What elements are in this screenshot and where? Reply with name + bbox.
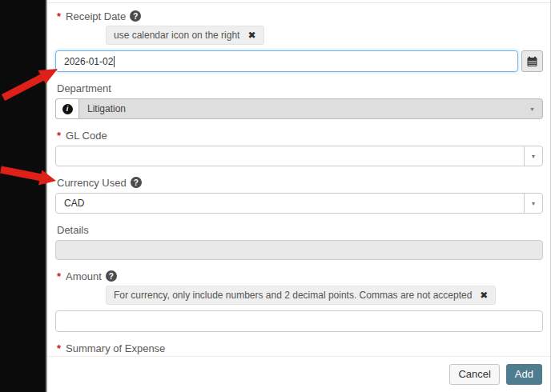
department-label-text: Department [57, 82, 111, 94]
amount-label-text: Amount [66, 270, 102, 282]
amount-input[interactable] [55, 310, 543, 332]
required-marker: * [57, 130, 61, 142]
currency-label-text: Currency Used [57, 177, 127, 189]
receipt-date-input[interactable]: 2026-01-02 [55, 50, 518, 72]
details-label: Details [57, 223, 543, 236]
close-icon[interactable]: ✖ [247, 30, 255, 40]
field-details: Details [55, 223, 543, 260]
department-label: Department [57, 82, 543, 94]
required-marker: * [57, 342, 61, 354]
chevron-down-icon: ▼ [531, 201, 537, 206]
modal-backdrop [0, 0, 46, 392]
details-input [55, 240, 543, 260]
hint-text: For currency, only include numbers and 2… [114, 290, 472, 301]
info-icon[interactable]: i [62, 104, 73, 114]
currency-label: Currency Used ? [57, 176, 543, 189]
field-currency: Currency Used ? CAD ▼ [55, 176, 543, 214]
expense-form-modal: * Receipt Date ? use calendar icon on th… [46, 0, 551, 392]
text-cursor [114, 56, 115, 67]
required-marker: * [57, 10, 61, 22]
amount-label: * Amount ? [57, 270, 543, 282]
department-select: Litigation ▼ [78, 98, 543, 119]
receipt-date-label: * Receipt Date ? [57, 10, 543, 22]
gl-code-label-text: GL Code [66, 130, 107, 142]
summary-label: * Summary of Expense [57, 342, 543, 354]
details-label-text: Details [57, 224, 89, 236]
receipt-date-value: 2026-01-02 [64, 56, 113, 67]
chevron-down-icon: ▼ [531, 154, 537, 159]
calendar-button[interactable] [521, 50, 543, 72]
currency-select[interactable]: CAD ▼ [55, 193, 543, 214]
currency-caret-cell: ▼ [524, 194, 542, 213]
receipt-date-hint-chip: use calendar icon on the right ✖ [106, 26, 264, 45]
field-amount: * Amount ? For currency, only include nu… [55, 270, 543, 332]
field-receipt-date: * Receipt Date ? use calendar icon on th… [55, 10, 543, 72]
gl-code-select[interactable]: ▼ [55, 146, 543, 166]
add-button[interactable]: Add [506, 364, 542, 385]
modal-footer: Cancel Add [47, 356, 550, 392]
calendar-icon [526, 56, 538, 67]
field-department: Department i Litigation ▼ [55, 82, 543, 119]
department-value: Litigation [87, 103, 126, 114]
help-icon[interactable]: ? [130, 10, 141, 22]
department-info-addon: i [55, 98, 78, 119]
chevron-down-icon: ▼ [529, 106, 535, 112]
help-icon[interactable]: ? [106, 270, 117, 282]
modal-body: * Receipt Date ? use calendar icon on th… [47, 3, 550, 356]
cancel-button[interactable]: Cancel [449, 364, 499, 385]
required-marker: * [57, 270, 61, 282]
field-gl-code: * GL Code ▼ [55, 129, 543, 166]
close-icon[interactable]: ✖ [480, 290, 488, 300]
gl-code-value [56, 146, 524, 166]
amount-hint-chip: For currency, only include numbers and 2… [106, 286, 496, 305]
summary-label-text: Summary of Expense [66, 342, 165, 354]
receipt-date-label-text: Receipt Date [66, 10, 126, 22]
hint-text: use calendar icon on the right [114, 30, 239, 41]
gl-code-label: * GL Code [57, 129, 543, 142]
help-icon[interactable]: ? [131, 177, 142, 188]
gl-code-caret-cell: ▼ [524, 146, 542, 166]
currency-value: CAD [56, 194, 524, 213]
